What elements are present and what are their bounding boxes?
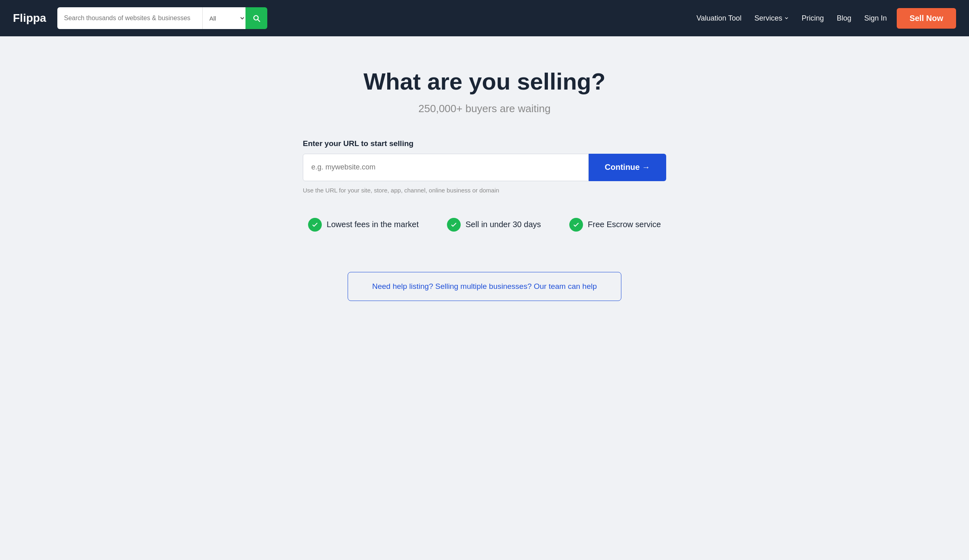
feature-free-escrow-text: Free Escrow service (588, 220, 661, 229)
search-icon (252, 14, 261, 23)
checkmark-icon (311, 221, 319, 228)
check-circle-lowest-fees (308, 218, 322, 232)
help-banner[interactable]: Need help listing? Selling multiple busi… (348, 272, 622, 301)
search-category-select[interactable]: All Websites Apps Domains Stores (202, 7, 245, 29)
search-button[interactable] (245, 7, 267, 29)
blog-link[interactable]: Blog (837, 14, 852, 22)
url-input[interactable] (303, 154, 589, 181)
check-circle-free-escrow (569, 218, 583, 232)
feature-sell-fast: Sell in under 30 days (447, 218, 541, 232)
pricing-link[interactable]: Pricing (802, 14, 824, 22)
hero-subtitle: 250,000+ buyers are waiting (418, 102, 550, 115)
features-list: Lowest fees in the market Sell in under … (308, 218, 661, 232)
sell-now-button[interactable]: Sell Now (897, 8, 956, 29)
feature-lowest-fees: Lowest fees in the market (308, 218, 419, 232)
url-input-row: Continue → (303, 154, 666, 181)
feature-lowest-fees-text: Lowest fees in the market (327, 220, 419, 229)
nav-item-pricing[interactable]: Pricing (802, 14, 824, 23)
feature-free-escrow: Free Escrow service (569, 218, 661, 232)
search-input[interactable] (57, 7, 202, 29)
url-section-label: Enter your URL to start selling (303, 139, 666, 148)
checkmark-icon (573, 221, 580, 228)
nav-links: Valuation Tool Services Pricing Blog Sig… (696, 14, 887, 23)
logo[interactable]: Flippa (13, 12, 46, 25)
url-hint: Use the URL for your site, store, app, c… (303, 187, 666, 194)
hero-title: What are you selling? (363, 69, 605, 94)
sign-in-link[interactable]: Sign In (864, 14, 887, 22)
navbar: Flippa All Websites Apps Domains Stores … (0, 0, 969, 36)
chevron-down-icon (784, 16, 789, 21)
main-content: What are you selling? 250,000+ buyers ar… (0, 36, 969, 325)
continue-button[interactable]: Continue → (589, 154, 666, 181)
nav-item-valuation-tool[interactable]: Valuation Tool (696, 14, 741, 23)
checkmark-icon (450, 221, 457, 228)
services-link[interactable]: Services (755, 14, 789, 23)
search-bar: All Websites Apps Domains Stores (57, 7, 267, 29)
valuation-tool-link[interactable]: Valuation Tool (696, 14, 741, 22)
nav-item-services[interactable]: Services (755, 14, 789, 23)
nav-item-blog[interactable]: Blog (837, 14, 852, 23)
nav-item-sign-in[interactable]: Sign In (864, 14, 887, 23)
check-circle-sell-fast (447, 218, 461, 232)
feature-sell-fast-text: Sell in under 30 days (466, 220, 541, 229)
help-banner-text: Need help listing? Selling multiple busi… (372, 282, 597, 291)
url-section: Enter your URL to start selling Continue… (303, 139, 666, 194)
